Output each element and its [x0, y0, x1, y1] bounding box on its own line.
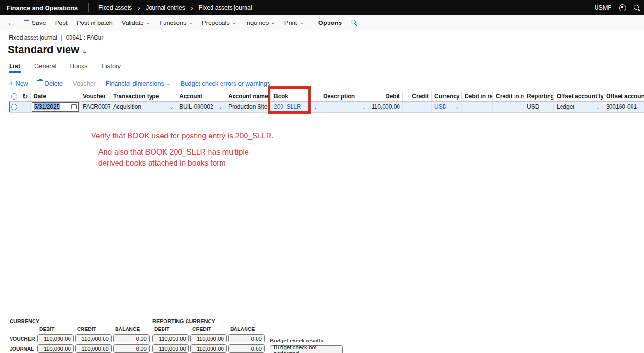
select-all-radio[interactable]	[11, 93, 17, 100]
reporting-group-label: REPORTING CURRENCY	[152, 319, 265, 326]
balance-column-label: BALANCE	[228, 326, 265, 332]
save-button[interactable]: Save	[24, 19, 46, 26]
row-select-radio[interactable]	[11, 104, 17, 110]
breadcrumb-fixed-assets[interactable]: Fixed assets	[98, 4, 132, 11]
chevron-down-icon[interactable]: ⌄	[314, 105, 317, 110]
refresh-cell[interactable]: ↻	[20, 91, 31, 101]
reporting-journal-debit: 110,000.00	[152, 344, 189, 353]
column-header-date[interactable]: Date	[31, 91, 80, 101]
tab-history[interactable]: History	[101, 61, 121, 73]
breadcrumb-journal-entries[interactable]: Journal entries	[146, 4, 185, 11]
column-header-offset-account[interactable]: Offset account	[603, 91, 644, 101]
column-header-credit[interactable]: Credit	[403, 91, 432, 101]
tab-books[interactable]: Books	[70, 61, 88, 73]
offset-account-cell[interactable]: 300160-001-	[603, 102, 644, 112]
reporting-currency-totals-group: REPORTING CURRENCY DEBIT CREDIT BALANCE …	[152, 319, 265, 353]
row-refresh-spacer	[20, 102, 31, 112]
column-header-debit[interactable]: Debit	[369, 91, 403, 101]
app-title[interactable]: Finance and Operations	[7, 4, 78, 11]
chevron-down-icon: ⌄	[271, 21, 275, 25]
book-cell[interactable]: 200_SLLR ⌄	[271, 102, 320, 112]
voucher-row-label: VOUCHER	[10, 336, 36, 342]
chevron-down-icon[interactable]: ⌄	[219, 105, 222, 110]
column-header-credit-in-reporting[interactable]: Credit in re...	[493, 91, 524, 101]
new-button[interactable]: + New	[9, 80, 28, 87]
currency-voucher-credit: 110,000.00	[75, 334, 112, 342]
refresh-icon[interactable]: ↻	[23, 92, 28, 100]
account-cell[interactable]: BUIL-000002 ⌄	[176, 102, 225, 112]
offset-account-type-cell[interactable]: Ledger ⌄	[554, 102, 603, 112]
tab-general[interactable]: General	[34, 61, 57, 73]
currency-cell[interactable]: USD ⌄	[432, 102, 462, 112]
row-select-cell[interactable]	[9, 102, 20, 112]
breadcrumb: Fixed assets › Journal entries › Fixed a…	[98, 4, 252, 11]
validate-menu[interactable]: Validate ⌄	[122, 19, 150, 26]
search-icon[interactable]	[634, 5, 640, 11]
reporting-currency-cell[interactable]: USD	[524, 102, 554, 112]
back-icon[interactable]: ←	[7, 19, 15, 27]
company-picker[interactable]: USMF	[595, 4, 611, 11]
calendar-icon[interactable]	[71, 104, 77, 109]
view-title-dropdown[interactable]: Standard view ⌄	[8, 44, 87, 56]
column-header-reporting-currency[interactable]: Reporting ...	[524, 91, 554, 101]
select-all-cell[interactable]	[9, 91, 20, 101]
chevron-down-icon: ⌄	[232, 21, 236, 25]
reporting-voucher-debit: 110,000.00	[152, 334, 189, 342]
globe-icon[interactable]	[619, 4, 626, 11]
delete-button[interactable]: Delete	[38, 80, 63, 87]
grid-action-strip: + New Delete Voucher Financial dimension…	[0, 77, 644, 90]
inquiries-menu[interactable]: Inquiries ⌄	[245, 19, 275, 26]
column-header-description[interactable]: Description	[320, 91, 369, 101]
currency-journal-credit: 110,000.00	[75, 344, 112, 353]
chevron-down-icon[interactable]: ⌄	[597, 105, 600, 110]
chevron-down-icon[interactable]: ⌄	[363, 105, 366, 110]
column-header-transaction-type[interactable]: Transaction type	[110, 91, 176, 101]
column-header-account-name[interactable]: Account name	[225, 91, 271, 101]
reporting-voucher-credit: 110,000.00	[190, 334, 227, 342]
date-value: 5/31/2025	[34, 103, 60, 110]
print-menu[interactable]: Print ⌄	[284, 19, 304, 26]
post-button[interactable]: Post	[55, 19, 68, 26]
chevron-down-icon[interactable]: ⌄	[170, 105, 174, 110]
column-header-debit-in-reporting[interactable]: Debit in re...	[462, 91, 493, 101]
debit-column-label: DEBIT	[37, 326, 74, 332]
context-separator: |	[61, 34, 62, 41]
column-header-book[interactable]: Book	[271, 91, 320, 101]
column-header-currency[interactable]: Currency	[432, 91, 462, 101]
book-value-link[interactable]: 200_SLLR	[274, 103, 301, 110]
chevron-down-icon[interactable]: ⌄	[455, 105, 459, 110]
options-button[interactable]: Options	[318, 19, 342, 26]
tab-list[interactable]: List	[9, 61, 21, 73]
column-header-voucher[interactable]: Voucher	[80, 91, 110, 101]
post-in-batch-button[interactable]: Post in batch	[77, 19, 113, 26]
breadcrumb-fixed-assets-journal[interactable]: Fixed assets journal	[199, 4, 252, 11]
debit-in-reporting-cell[interactable]	[462, 102, 493, 112]
transaction-type-cell[interactable]: Acquisition ⌄	[110, 102, 176, 112]
record-context: Fixed asset journal | 00641 : FACur	[9, 34, 644, 41]
voucher-cell[interactable]: FACR0007...	[80, 102, 110, 112]
proposals-menu[interactable]: Proposals ⌄	[202, 19, 236, 26]
description-cell[interactable]: ⌄	[320, 102, 369, 112]
balance-column-label: BALANCE	[113, 326, 150, 332]
voucher-button: Voucher	[73, 80, 96, 87]
credit-cell[interactable]	[403, 102, 432, 112]
currency-voucher-debit: 110,000.00	[37, 334, 74, 342]
budget-check-errors-link[interactable]: Budget check errors or warnings	[180, 80, 270, 87]
reporting-journal-credit: 110,000.00	[190, 344, 227, 353]
journal-line-row[interactable]: 5/31/2025 FACR0007... Acquisition ⌄ BUIL…	[9, 102, 644, 113]
debit-cell[interactable]: 110,000.00	[369, 102, 403, 112]
budget-check-results-group: Budget check results Budget check not pe…	[270, 338, 343, 353]
debit-column-label: DEBIT	[152, 326, 189, 332]
date-cell[interactable]: 5/31/2025	[31, 102, 80, 112]
column-header-account[interactable]: Account	[176, 91, 225, 101]
account-name-cell[interactable]: Production Site 1	[225, 102, 271, 112]
plus-icon: +	[9, 80, 13, 87]
record-context-label: Fixed asset journal	[9, 34, 57, 41]
date-input[interactable]: 5/31/2025	[32, 102, 79, 112]
credit-in-reporting-cell[interactable]	[493, 102, 524, 112]
toolbar-search-icon[interactable]	[351, 20, 357, 26]
financial-dimensions-menu[interactable]: Financial dimensions ⌄	[106, 80, 171, 87]
functions-menu[interactable]: Functions ⌄	[159, 19, 193, 26]
column-header-offset-account-type[interactable]: Offset account type	[554, 91, 603, 101]
currency-value-link[interactable]: USD	[434, 103, 446, 110]
